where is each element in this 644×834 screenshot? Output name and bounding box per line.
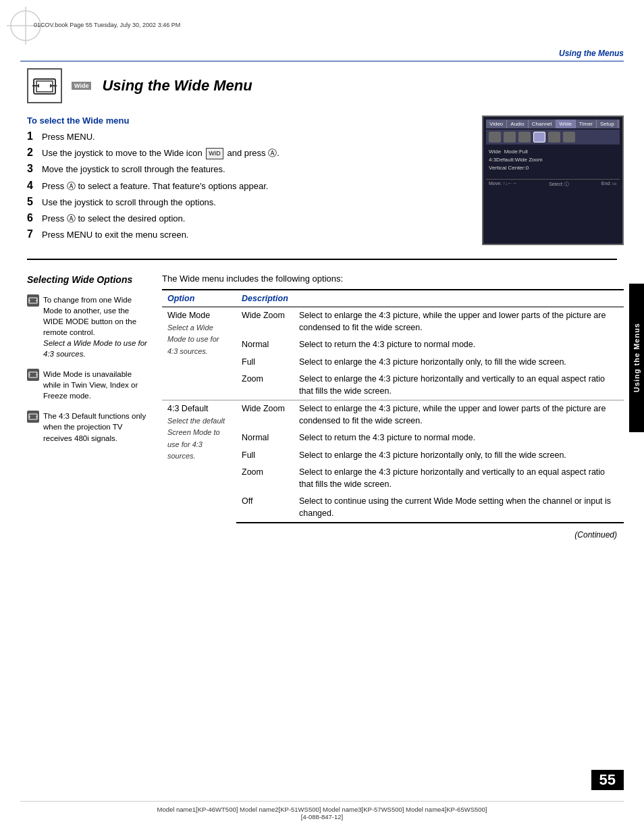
ss-end-label: End: ▭: [601, 181, 617, 188]
ss-menu-channel: Channel: [529, 120, 556, 128]
sidebar-note-3-text: The 4:3 Default functions only when the …: [43, 411, 149, 443]
ss-icons: [486, 130, 620, 145]
table-area: The Wide menu includes the following opt…: [162, 273, 624, 540]
footer-text: Model name1[KP-46WT500] Model name2[KP-5…: [20, 806, 624, 813]
ss-menu-video: Video: [486, 120, 507, 128]
step-4: 4 Press Ⓐ to select a feature. That feat…: [27, 180, 468, 192]
desc-wide-zoom-2: Wide Zoom: [236, 400, 294, 430]
ss-info-text: Wide Mode:Full 4:3Default:Wide Zoom Vert…: [486, 147, 620, 174]
desc-wide-zoom-1-text: Select to enlarge the 4:3 picture, while…: [294, 307, 624, 337]
screenshot-box: Video Audio Channel Wide Timer Setup Wid…: [482, 115, 624, 245]
top-section: To select the Wide menu 1 Press MENU. 2 …: [20, 115, 624, 245]
desc-normal-2: Normal: [236, 429, 294, 447]
footer-model-number: [4-088-847-12]: [20, 813, 624, 820]
ss-icon-2: [504, 132, 516, 142]
ss-menu-setup: Setup: [597, 120, 618, 128]
sidebar: Selecting Wide Options To change from on…: [27, 273, 162, 540]
desc-full-2: Full: [236, 447, 294, 465]
wide-badge: Wide: [72, 82, 91, 90]
ss-move-label: Move: ↑↓←→: [489, 181, 517, 188]
steps-heading: To select the Wide menu: [27, 115, 468, 126]
col-header-description: Description: [236, 290, 624, 307]
sidebar-note-1-text: To change from one Wide Mode to another,…: [43, 294, 149, 360]
desc-zoom-2: Zoom: [236, 464, 294, 493]
step-3: 3 Move the joystick to scroll through th…: [27, 163, 468, 176]
ss-menu-wide: Wide: [556, 120, 576, 128]
step-2: 2 Use the joystick to move to the Wide i…: [27, 147, 468, 159]
desc-zoom-2-text: Select to enlarge the 4:3 picture horizo…: [294, 464, 624, 493]
continued-note: (Continued): [162, 530, 624, 540]
steps-list: 1 Press MENU. 2 Use the joystick to move…: [27, 131, 468, 241]
ss-icon-1: [489, 132, 501, 142]
file-info: 01COV.book Page 55 Tuesday, July 30, 200…: [34, 22, 180, 28]
col-header-option: Option: [162, 290, 236, 307]
desc-full-1-text: Select to enlarge the 4:3 picture horizo…: [294, 354, 624, 371]
desc-normal-2-text: Select to return the 4:3 picture to norm…: [294, 429, 624, 447]
ss-icon-5: [548, 132, 560, 142]
ss-bottom-bar: Move: ↑↓←→ Select: ⓘ End: ▭: [486, 179, 620, 189]
desc-off: Off: [236, 493, 294, 523]
ss-icon-3: [518, 132, 531, 142]
table-intro: The Wide menu includes the following opt…: [162, 273, 624, 284]
options-table: Option Description Wide Mode Select a Wi…: [162, 289, 624, 523]
sidebar-title: Selecting Wide Options: [27, 273, 149, 286]
title-area: Wide Using the Wide Menu: [20, 68, 624, 103]
wide-mode-icon-2: [27, 369, 39, 381]
chapter-header: Using the Menus: [20, 49, 624, 61]
step-5: 5 Use the joystick to scroll through the…: [27, 197, 468, 209]
desc-wide-zoom-1: Wide Zoom: [236, 307, 294, 337]
desc-full-2-text: Select to enlarge the 4:3 picture horizo…: [294, 447, 624, 465]
main-content: Wide Using the Wide Menu To select the W…: [20, 61, 624, 540]
desc-wide-zoom-2-text: Select to enlarge the 4:3 picture, while…: [294, 400, 624, 430]
ss-icon-wide-active: [533, 132, 545, 142]
ss-menu-timer: Timer: [576, 120, 597, 128]
sidebar-note-1: To change from one Wide Mode to another,…: [27, 294, 149, 360]
section-divider: [27, 259, 617, 260]
page-number: 55: [591, 770, 624, 790]
sidebar-note-3: The 4:3 Default functions only when the …: [27, 411, 149, 443]
ss-menu-audio: Audio: [507, 120, 528, 128]
footer: Model name1[KP-46WT500] Model name2[KP-5…: [20, 801, 624, 820]
ss-select-label: Select: ⓘ: [549, 181, 569, 188]
title-content: Wide Using the Wide Menu: [72, 77, 252, 95]
lower-section: Selecting Wide Options To change from on…: [20, 273, 624, 540]
desc-full-1: Full: [236, 354, 294, 371]
ss-icon-6: [563, 132, 575, 142]
step-7: 7 Press MENU to exit the menu screen.: [27, 229, 468, 241]
step-1: 1 Press MENU.: [27, 131, 468, 143]
desc-normal-1-text: Select to return the 4:3 picture to norm…: [294, 336, 624, 354]
desc-zoom-1-text: Select to enlarge the 4:3 picture horizo…: [294, 371, 624, 400]
table-row: Wide Mode Select a Wide Mode to use for …: [162, 307, 624, 337]
wide-mode-icon-1: [27, 294, 39, 307]
desc-zoom-1: Zoom: [236, 371, 294, 400]
desc-off-text: Select to continue using the current Wid…: [294, 493, 624, 523]
wide-icon-box: [27, 68, 62, 103]
right-tab: Using the Menus: [629, 284, 644, 432]
step-6: 6 Press Ⓐ to select the desired option.: [27, 213, 468, 225]
ss-menubar: Video Audio Channel Wide Timer Setup: [486, 120, 620, 128]
desc-normal-1: Normal: [236, 336, 294, 354]
page-title: Using the Wide Menu: [102, 77, 252, 95]
steps-area: To select the Wide menu 1 Press MENU. 2 …: [27, 115, 468, 245]
option-43-default: 4:3 Default Select the default Screen Mo…: [162, 400, 236, 523]
table-row: 4:3 Default Select the default Screen Mo…: [162, 400, 624, 430]
option-wide-mode: Wide Mode Select a Wide Mode to use for …: [162, 307, 236, 400]
wide-mode-icon-3: [27, 411, 39, 423]
sidebar-note-2: Wide Mode is unavailable while in Twin V…: [27, 369, 149, 401]
sidebar-note-2-text: Wide Mode is unavailable while in Twin V…: [43, 369, 149, 401]
